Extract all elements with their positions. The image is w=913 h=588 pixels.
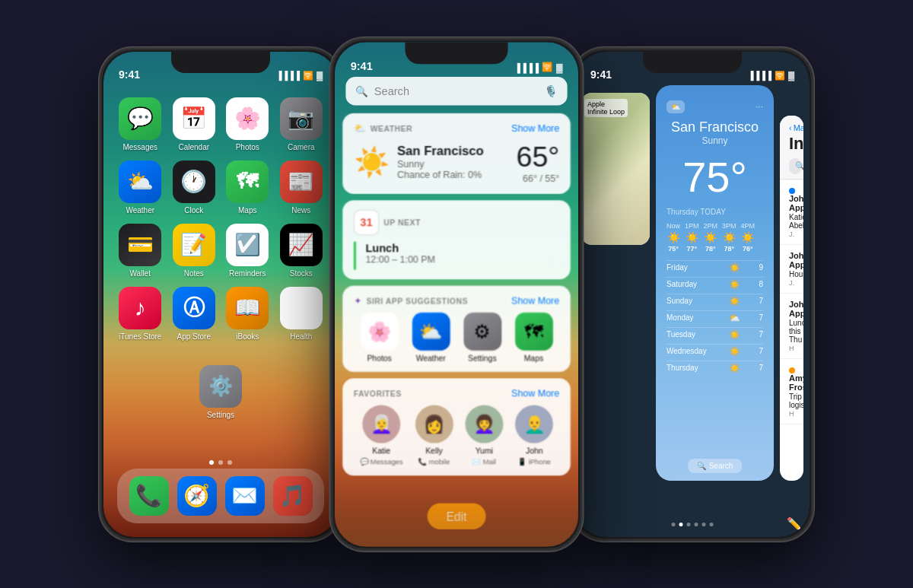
mail-message[interactable]: John Apples Lunch this Thu Hello Dave, H… bbox=[780, 294, 803, 359]
hourly-now: Now ☀️ 75° bbox=[666, 222, 680, 253]
appstore-icon-img[interactable]: Ⓐ bbox=[173, 287, 215, 329]
weather-icon-img[interactable]: ⛅ bbox=[119, 161, 161, 203]
john-name: John bbox=[526, 446, 543, 454]
app-maps[interactable]: 🗺 Maps bbox=[224, 161, 271, 215]
app-ibooks[interactable]: 📖 iBooks bbox=[224, 287, 271, 341]
app-reminders[interactable]: ☑️ Reminders bbox=[224, 224, 271, 278]
phone-dock-icon[interactable]: 📞 bbox=[129, 476, 169, 516]
search-icon: 🔍 bbox=[355, 84, 368, 97]
wallet-icon-img[interactable]: 💳 bbox=[119, 224, 161, 266]
siri-app-maps[interactable]: 🗺 Maps bbox=[514, 312, 552, 362]
maps-card[interactable]: AppleInfinite Loop bbox=[581, 93, 650, 245]
maps-label: Maps bbox=[238, 206, 256, 215]
weather-card-temp: 75° bbox=[666, 152, 763, 202]
app-camera[interactable]: 📷 Camera bbox=[278, 97, 325, 151]
edit-button[interactable]: Edit bbox=[428, 503, 486, 529]
messages-icon-img[interactable]: 💬 bbox=[119, 97, 161, 140]
maps-siri-icon[interactable]: 🗺 bbox=[514, 312, 552, 350]
clock-icon-img[interactable]: 🕐 bbox=[173, 161, 215, 203]
siri-app-settings[interactable]: ⚙ Settings bbox=[463, 312, 501, 362]
siri-icon: ✦ bbox=[354, 295, 361, 307]
mail-title: Inbox bbox=[789, 134, 794, 154]
contact-kelly[interactable]: 👩 Kelly 📞 mobile bbox=[415, 405, 453, 466]
calendar-icon: 31 bbox=[354, 209, 379, 234]
weather-show-more[interactable]: Show More bbox=[511, 122, 559, 134]
contact-john[interactable]: 👨‍🦲 John 📱 iPhone bbox=[515, 405, 553, 466]
maps-background: AppleInfinite Loop bbox=[581, 93, 650, 245]
weather-card[interactable]: ⛅ ··· San Francisco Sunny 75° Thursday T… bbox=[656, 85, 774, 481]
music-dock-icon[interactable]: 🎵 bbox=[273, 476, 313, 516]
search-bar[interactable]: 🔍 Search 🎙️ bbox=[345, 77, 567, 105]
messages-label: Messages bbox=[122, 143, 157, 151]
camera-icon-img[interactable]: 📷 bbox=[280, 97, 323, 140]
mail-message[interactable]: Amy Frost Trip logistics! Hey, John. Ho … bbox=[780, 359, 803, 424]
weather-card-header-icon: ⛅ bbox=[666, 100, 685, 113]
forecast-hourly: Now ☀️ 75° 1PM ☀️ 77° 2PM ☀️ 78° 3PM ☀️ … bbox=[666, 222, 763, 253]
app-settings[interactable]: ⚙️ Settings bbox=[199, 365, 242, 419]
itunes-icon-img[interactable]: ♪ bbox=[119, 287, 161, 329]
app-notes[interactable]: 📝 Notes bbox=[171, 224, 218, 278]
app-appstore[interactable]: Ⓐ App Store bbox=[171, 287, 218, 341]
app-health[interactable]: ❤ Health bbox=[278, 287, 325, 341]
status-time-2: 9:41 bbox=[351, 59, 373, 72]
health-icon-img[interactable]: ❤ bbox=[280, 287, 323, 329]
contact-yumi[interactable]: 👩‍🦱 Yumi ✉️ Mail bbox=[465, 405, 503, 466]
photos-icon-img[interactable]: 🌸 bbox=[226, 97, 269, 140]
app-stocks[interactable]: 📈 Stocks bbox=[278, 224, 325, 278]
status-time: 9:41 bbox=[119, 68, 140, 81]
settings-siri-icon[interactable]: ⚙ bbox=[463, 312, 501, 350]
ibooks-icon-img[interactable]: 📖 bbox=[226, 287, 269, 329]
notch bbox=[171, 52, 270, 73]
weather-siri-icon[interactable]: ⛅ bbox=[412, 312, 450, 350]
app-messages[interactable]: 💬 Messages bbox=[117, 97, 164, 151]
stocks-icon-img[interactable]: 📈 bbox=[280, 224, 323, 266]
news-icon-img[interactable]: 📰 bbox=[280, 161, 323, 203]
weather-label: Weather bbox=[126, 206, 154, 215]
weather-city: San Francisco bbox=[397, 144, 508, 158]
mail-message[interactable]: John Apples Housewarming Jane, We've mov… bbox=[780, 245, 803, 294]
app-wallet[interactable]: 💳 Wallet bbox=[117, 224, 164, 278]
mail-preview: John, Here's a modern art ex... bbox=[789, 230, 794, 238]
dock-mail[interactable]: ✉️ bbox=[225, 476, 265, 516]
siri-show-more[interactable]: Show More bbox=[511, 295, 559, 307]
weather-info: San Francisco Sunny Chance of Rain: 0% bbox=[397, 144, 508, 180]
dock-music[interactable]: 🎵 bbox=[273, 476, 313, 516]
signal-icon: ▐▐▐▐ bbox=[276, 71, 300, 80]
weather-card-condition: Sunny bbox=[666, 135, 763, 146]
dock-phone[interactable]: 📞 bbox=[129, 476, 169, 516]
mail-sender: John Apples bbox=[789, 300, 794, 318]
mailboxes-label: Mailboxes bbox=[794, 123, 803, 132]
mail-dock-icon[interactable]: ✉️ bbox=[225, 476, 265, 516]
mic-icon[interactable]: 🎙️ bbox=[544, 84, 558, 97]
app-weather[interactable]: ⛅ Weather bbox=[117, 161, 164, 215]
app-clock[interactable]: 🕐 Clock bbox=[171, 161, 218, 215]
dock-safari[interactable]: 🧭 bbox=[177, 476, 217, 516]
app-news[interactable]: 📰 News bbox=[278, 161, 325, 215]
settings-icon-img[interactable]: ⚙️ bbox=[199, 365, 242, 408]
weather-search[interactable]: 🔍 Search bbox=[688, 459, 743, 473]
status-icons-3: ▐▐▐▐ 🛜 ▓ bbox=[748, 71, 794, 81]
event-title: Lunch bbox=[365, 241, 435, 254]
mail-message[interactable]: John Apples Katie Abeles John, Here's a … bbox=[780, 180, 803, 245]
calendar-icon-img[interactable]: 📅 bbox=[173, 97, 215, 140]
mail-card[interactable]: ‹ Mailboxes Inbox 🔍 Search John Apples K… bbox=[780, 116, 803, 481]
photos-siri-icon[interactable]: 🌸 bbox=[361, 312, 399, 350]
mail-messages: John Apples Katie Abeles John, Here's a … bbox=[780, 180, 803, 424]
safari-dock-icon[interactable]: 🧭 bbox=[177, 476, 217, 516]
maps-icon-img[interactable]: 🗺 bbox=[226, 161, 269, 203]
app-calendar[interactable]: 📅 Calendar bbox=[171, 97, 218, 151]
siri-app-weather[interactable]: ⛅ Weather bbox=[412, 312, 450, 362]
notes-icon-img[interactable]: 📝 bbox=[173, 224, 215, 266]
favorites-show-more[interactable]: Show More bbox=[511, 387, 559, 399]
stocks-label: Stocks bbox=[290, 269, 313, 278]
mail-back-btn[interactable]: ‹ Mailboxes bbox=[789, 123, 794, 132]
mail-search[interactable]: 🔍 Search bbox=[789, 158, 801, 174]
upnext-bar bbox=[354, 241, 356, 269]
app-photos[interactable]: 🌸 Photos bbox=[224, 97, 271, 151]
contact-katie[interactable]: 👩‍🦳 Katie 💬 Messages bbox=[360, 405, 403, 466]
reminders-icon-img[interactable]: ☑️ bbox=[226, 224, 269, 266]
app-itunes[interactable]: ♪ iTunes Store bbox=[117, 287, 164, 341]
news-label: News bbox=[291, 206, 310, 215]
hourly-1pm: 1PM ☀️ 77° bbox=[685, 222, 699, 253]
siri-app-photos[interactable]: 🌸 Photos bbox=[361, 312, 399, 362]
